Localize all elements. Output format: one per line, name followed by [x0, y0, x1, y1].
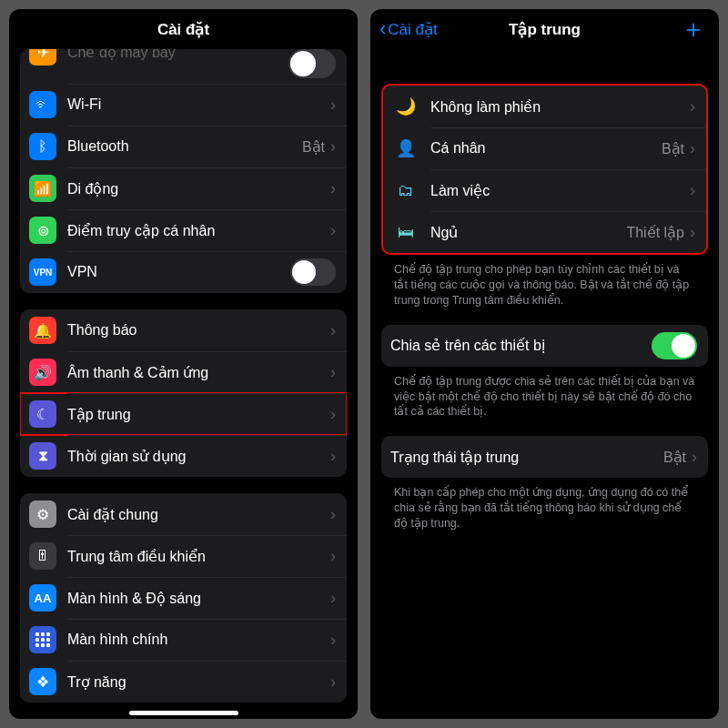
nav-bar: Cài đặt: [9, 9, 358, 49]
focus-row[interactable]: 👤Cá nhânBật›: [383, 127, 706, 169]
wifi-icon: ᯤ: [29, 91, 56, 118]
hotspot-icon: ⊚: [29, 217, 56, 244]
settings-row-acc[interactable]: ❖Trợ năng›: [20, 661, 347, 703]
share-description: Chế độ tập trung được chia sẻ trên các t…: [381, 367, 708, 420]
row-label: Wi-Fi: [67, 96, 325, 113]
focus-value: Thiết lập: [626, 224, 684, 241]
focus-description: Chế độ tập trung cho phép bạn tùy chỉnh …: [381, 255, 708, 308]
airplane-icon: ✈: [29, 49, 56, 66]
toggle[interactable]: [288, 49, 336, 78]
chevron-right-icon: ›: [330, 405, 336, 424]
focus-glyph-icon: 🌙: [392, 96, 420, 116]
settings-row-moon[interactable]: ☾Tập trung›: [20, 393, 347, 435]
page-title: Cài đặt: [157, 20, 209, 39]
row-label: VPN: [67, 264, 290, 280]
chevron-right-icon: ›: [330, 631, 336, 650]
home-indicator[interactable]: [129, 711, 238, 715]
focus-row[interactable]: 🛏NgủThiết lập›: [383, 211, 706, 253]
focus-label: Cá nhân: [430, 140, 662, 157]
settings-row-sound[interactable]: 🔊Âm thanh & Cảm ứng›: [20, 351, 347, 393]
share-across-devices-row[interactable]: Chia sẻ trên các thiết bị: [381, 325, 708, 367]
chevron-right-icon: ›: [330, 447, 336, 466]
row-label: Chế độ máy bay: [67, 49, 288, 61]
settings-row-bell[interactable]: 🔔Thông báo›: [20, 309, 347, 351]
focus-modes-group: 🌙Không làm phiền›👤Cá nhânBật›🗂Làm việc›🛏…: [381, 84, 708, 255]
moon-icon: ☾: [29, 400, 56, 428]
chevron-right-icon: ›: [690, 181, 695, 200]
share-label: Chia sẻ trên các thiết bị: [390, 337, 652, 354]
focus-status-row[interactable]: Trạng thái tập trung Bật ›: [381, 436, 708, 478]
back-button[interactable]: ‹ Cài đặt: [379, 9, 438, 49]
chevron-right-icon: ›: [330, 179, 336, 198]
status-value: Bật: [663, 449, 686, 466]
chevron-right-icon: ›: [330, 96, 336, 115]
chevron-right-icon: ›: [330, 505, 336, 524]
status-group: Trạng thái tập trung Bật ›: [381, 436, 708, 478]
toggle[interactable]: [290, 258, 336, 286]
back-label: Cài đặt: [388, 20, 437, 39]
focus-label: Không làm phiền: [430, 98, 690, 116]
row-label: Màn hình & Độ sáng: [67, 590, 330, 607]
sound-icon: 🔊: [29, 359, 56, 386]
settings-row-hotspot[interactable]: ⊚Điểm truy cập cá nhân›: [20, 209, 347, 251]
settings-row-cell[interactable]: 📶Di động›: [20, 167, 347, 209]
settings-row-wifi[interactable]: ᯤWi-Fi›: [20, 84, 347, 126]
focus-screen: ‹ Cài đặt Tập trung ＋ 🌙Không làm phiền›👤…: [370, 9, 719, 719]
status-label: Trạng thái tập trung: [390, 449, 663, 466]
focus-content[interactable]: 🌙Không làm phiền›👤Cá nhânBật›🗂Làm việc›🛏…: [370, 49, 719, 719]
settings-group: ⚙Cài đặt chung›🎚Trung tâm điều khiển›AAM…: [20, 493, 347, 703]
hourglass-icon: ⧗: [29, 442, 56, 470]
settings-group: 🔔Thông báo›🔊Âm thanh & Cảm ứng›☾Tập trun…: [20, 309, 347, 477]
bell-icon: 🔔: [29, 317, 56, 344]
row-label: Cài đặt chung: [67, 506, 330, 523]
focus-glyph-icon: 🛏: [392, 223, 420, 242]
add-button[interactable]: ＋: [681, 9, 706, 49]
status-description: Khi bạn cấp phép cho một ứng dụng, ứng d…: [381, 478, 708, 531]
settings-screen: Cài đặt ✈Chế độ máy bayᯤWi-Fi›ᛒBluetooth…: [9, 9, 358, 719]
settings-row-aa[interactable]: AAMàn hình & Độ sáng›: [20, 577, 347, 619]
chevron-right-icon: ›: [690, 97, 695, 116]
chevron-right-icon: ›: [330, 547, 336, 566]
settings-list[interactable]: ✈Chế độ máy bayᯤWi-Fi›ᛒBluetoothBật›📶Di …: [9, 49, 358, 719]
focus-glyph-icon: 👤: [392, 138, 420, 158]
row-label: Màn hình chính: [67, 632, 330, 648]
row-label: Tập trung: [67, 406, 330, 423]
settings-row-airplane[interactable]: ✈Chế độ máy bay: [20, 49, 347, 84]
row-label: Trung tâm điều khiển: [67, 548, 330, 565]
chevron-right-icon: ›: [330, 137, 336, 157]
chevron-right-icon: ›: [690, 139, 695, 158]
chevron-left-icon: ‹: [379, 17, 386, 41]
settings-row-sliders[interactable]: 🎚Trung tâm điều khiển›: [20, 535, 347, 577]
settings-group: ✈Chế độ máy bayᯤWi-Fi›ᛒBluetoothBật›📶Di …: [20, 49, 347, 293]
chevron-right-icon: ›: [330, 321, 336, 340]
row-value: Bật: [302, 138, 325, 156]
gear-icon: ⚙: [29, 500, 56, 528]
focus-label: Làm việc: [430, 182, 690, 199]
vpn-icon: VPN: [29, 258, 56, 286]
settings-row-bt[interactable]: ᛒBluetoothBật›: [20, 126, 347, 167]
chevron-right-icon: ›: [330, 363, 336, 382]
aa-icon: AA: [29, 584, 56, 612]
focus-glyph-icon: 🗂: [392, 181, 420, 200]
sliders-icon: 🎚: [29, 542, 56, 570]
row-label: Trợ năng: [67, 673, 330, 691]
settings-row-hourglass[interactable]: ⧗Thời gian sử dụng›: [20, 435, 347, 477]
settings-row-gear[interactable]: ⚙Cài đặt chung›: [20, 493, 347, 535]
chevron-right-icon: ›: [330, 589, 336, 608]
share-group: Chia sẻ trên các thiết bị: [381, 325, 708, 367]
focus-row[interactable]: 🗂Làm việc›: [383, 169, 706, 211]
chevron-right-icon: ›: [690, 223, 695, 242]
row-label: Âm thanh & Cảm ứng: [67, 364, 330, 381]
grid-icon: [29, 626, 56, 653]
share-toggle[interactable]: [652, 332, 697, 359]
row-label: Bluetooth: [67, 138, 302, 155]
acc-icon: ❖: [29, 668, 56, 695]
row-label: Thông báo: [67, 322, 330, 339]
focus-row[interactable]: 🌙Không làm phiền›: [383, 86, 706, 127]
page-title: Tập trung: [509, 20, 581, 39]
row-label: Thời gian sử dụng: [67, 448, 330, 465]
row-label: Điểm truy cập cá nhân: [67, 222, 330, 239]
chevron-right-icon: ›: [692, 448, 697, 467]
settings-row-grid[interactable]: Màn hình chính›: [20, 619, 347, 661]
settings-row-vpn[interactable]: VPNVPN: [20, 251, 347, 293]
